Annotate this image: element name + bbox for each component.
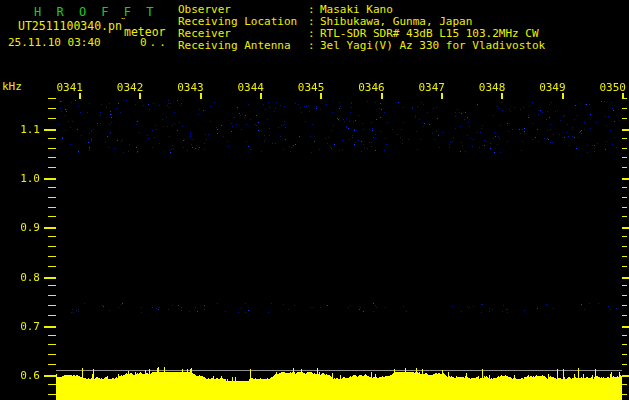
freq-unit-label: kHz <box>2 81 22 93</box>
freq-minor-tick-right <box>622 118 627 119</box>
spectrogram-canvas <box>56 85 622 400</box>
freq-minor-tick-right <box>622 197 627 198</box>
station-info-table: Observer:Masaki KanoReceiving Location:S… <box>178 4 545 52</box>
freq-minor-tick-right <box>622 207 627 208</box>
hrofft-window: H R O F F T UT2511100340.pn ¨ meteor 25.… <box>0 0 629 400</box>
freq-minor-tick-right <box>622 354 627 355</box>
freq-minor-tick-right <box>622 148 627 149</box>
datetime-label: 25.11.10 03:40 <box>8 37 101 49</box>
freq-minor-tick-right <box>622 266 627 267</box>
freq-minor-tick-right <box>622 315 627 316</box>
freq-minor-tick-left <box>48 315 56 316</box>
freq-major-tick-right <box>622 375 629 377</box>
freq-minor-tick-left <box>48 138 56 139</box>
freq-minor-tick-right <box>622 394 627 395</box>
freq-minor-tick-left <box>48 305 56 306</box>
freq-minor-tick-right <box>622 384 627 385</box>
time-tick-label: 0349 <box>532 82 566 94</box>
freq-minor-tick-left <box>48 118 56 119</box>
freq-minor-tick-right <box>622 246 627 247</box>
freq-minor-tick-left <box>48 246 56 247</box>
freq-major-tick-right <box>622 178 629 180</box>
capture-filename-label: UT2511100340.pn <box>18 20 122 32</box>
freq-minor-tick-right <box>622 335 627 336</box>
time-tick-label: 0343 <box>170 82 204 94</box>
freq-minor-tick-right <box>622 216 627 217</box>
freq-minor-tick-left <box>48 157 56 158</box>
freq-minor-tick-left <box>48 236 56 237</box>
freq-minor-tick-right <box>622 305 627 306</box>
time-tick-label: 0341 <box>49 82 83 94</box>
freq-minor-tick-right <box>622 364 627 365</box>
freq-minor-tick-left <box>48 295 56 296</box>
time-tick-label: 0345 <box>290 82 324 94</box>
app-title: H R O F F T <box>34 5 157 19</box>
freq-minor-tick-left <box>48 394 56 395</box>
freq-major-tick-left <box>44 277 56 279</box>
freq-major-tick-left <box>44 227 56 229</box>
freq-minor-tick-left <box>48 216 56 217</box>
freq-major-tick-left <box>44 375 56 377</box>
freq-minor-tick-left <box>48 335 56 336</box>
freq-minor-tick-right <box>622 187 627 188</box>
freq-minor-tick-right <box>622 167 627 168</box>
freq-tick-label: 0.8 <box>6 272 40 284</box>
freq-minor-tick-right <box>622 344 627 345</box>
freq-minor-tick-right <box>622 295 627 296</box>
freq-minor-tick-right <box>622 138 627 139</box>
freq-minor-tick-right <box>622 157 627 158</box>
freq-major-tick-left <box>44 326 56 328</box>
freq-major-tick-right <box>622 277 629 279</box>
freq-minor-tick-left <box>48 256 56 257</box>
time-tick-label: 0346 <box>351 82 385 94</box>
freq-minor-tick-left <box>48 108 56 109</box>
freq-tick-label: 0.7 <box>6 321 40 333</box>
freq-tick-label: 0.9 <box>6 222 40 234</box>
freq-major-tick-left <box>44 178 56 180</box>
freq-tick-label: 1.0 <box>6 173 40 185</box>
freq-major-tick-left <box>44 129 56 131</box>
freq-minor-tick-left <box>48 148 56 149</box>
time-tick-label: 0347 <box>411 82 445 94</box>
freq-minor-tick-left <box>48 285 56 286</box>
freq-tick-label: 0.6 <box>6 370 40 382</box>
echo-counter-label: 0.. <box>140 37 169 49</box>
info-label: Receiving Antenna <box>178 40 308 52</box>
time-tick-label: 0344 <box>230 82 264 94</box>
freq-minor-tick-right <box>622 285 627 286</box>
freq-minor-tick-right <box>622 108 627 109</box>
freq-minor-tick-left <box>48 266 56 267</box>
freq-minor-tick-left <box>48 384 56 385</box>
time-tick-label: 0342 <box>109 82 143 94</box>
freq-minor-tick-left <box>48 344 56 345</box>
freq-minor-tick-left <box>48 98 56 99</box>
freq-minor-tick-right <box>622 236 627 237</box>
info-value: 3el Yagi(V) Az 330 for Vladivostok <box>320 40 545 52</box>
freq-minor-tick-left <box>48 187 56 188</box>
freq-minor-tick-left <box>48 354 56 355</box>
freq-major-tick-right <box>622 227 629 229</box>
freq-minor-tick-left <box>48 167 56 168</box>
time-tick-label: 0348 <box>471 82 505 94</box>
freq-minor-tick-left <box>48 197 56 198</box>
freq-minor-tick-right <box>622 98 627 99</box>
info-colon: : <box>308 40 316 52</box>
freq-minor-tick-right <box>622 256 627 257</box>
freq-minor-tick-left <box>48 364 56 365</box>
freq-tick-label: 1.1 <box>6 124 40 136</box>
freq-major-tick-right <box>622 326 629 328</box>
freq-minor-tick-left <box>48 207 56 208</box>
time-tick-label: 0350 <box>592 82 626 94</box>
freq-major-tick-right <box>622 129 629 131</box>
station-info-row: Receiving Antenna:3el Yagi(V) Az 330 for… <box>178 40 545 52</box>
